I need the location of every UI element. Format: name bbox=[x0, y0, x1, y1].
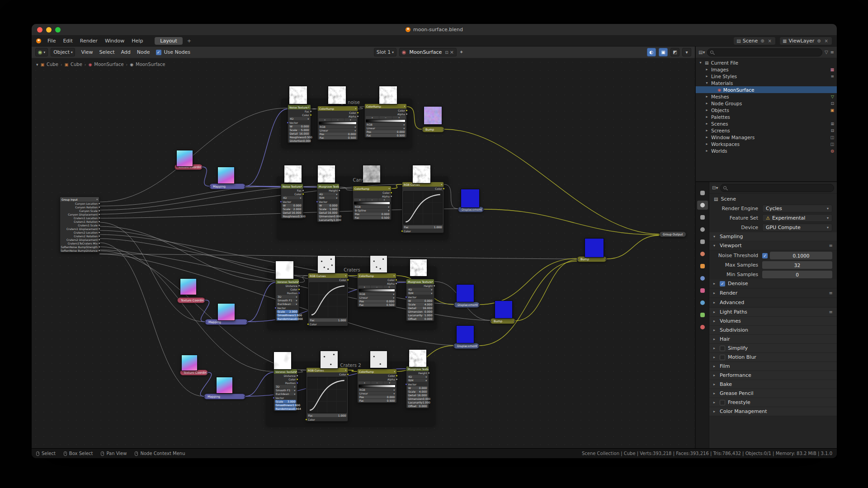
section-freestyle[interactable]: ▸Freestyle bbox=[709, 398, 837, 407]
minimize-button[interactable] bbox=[46, 27, 52, 33]
colorramp-gradient[interactable] bbox=[319, 122, 357, 125]
node-row[interactable]: Dimension0.000 bbox=[407, 397, 428, 400]
add-workspace-button[interactable]: + bbox=[184, 37, 194, 45]
node-mapping-3[interactable]: Mapping bbox=[204, 394, 245, 399]
disclosure-icon[interactable]: ▸ bbox=[705, 128, 709, 132]
node-header[interactable]: ColorRamp▾ bbox=[358, 273, 396, 278]
properties-type-icon[interactable]: ⊟▾ bbox=[712, 185, 718, 190]
output-socket[interactable] bbox=[428, 372, 430, 374]
properties-tab-particles[interactable] bbox=[697, 286, 708, 295]
node-row[interactable]: Detail16.000 bbox=[282, 211, 302, 214]
material-name-field[interactable]: MoonSurface bbox=[407, 49, 443, 55]
output-socket[interactable] bbox=[390, 192, 392, 194]
node-row[interactable]: Height bbox=[317, 188, 339, 192]
node-ramp-3[interactable]: ColorRamp▾ColorAlpha+−▾RGB▾B-Spline▾Pos0… bbox=[353, 186, 392, 220]
output-socket[interactable] bbox=[395, 282, 397, 285]
node-row[interactable]: RGB▾ bbox=[354, 205, 390, 208]
node-row[interactable]: Craters2 Location bbox=[60, 230, 99, 234]
disclosure-icon[interactable]: ▸ bbox=[713, 409, 717, 413]
section-viewport[interactable]: ▾Viewport≡ bbox=[709, 241, 837, 250]
output-socket[interactable] bbox=[310, 114, 312, 116]
node-row[interactable]: Vector bbox=[317, 200, 339, 203]
new-viewlayer-icon[interactable]: ⊕ bbox=[816, 38, 821, 43]
outliner-row[interactable]: ▸Screens⊟ bbox=[696, 127, 837, 134]
node-row[interactable]: 4D▾ bbox=[318, 192, 338, 196]
node-row[interactable]: Color bbox=[358, 374, 396, 377]
node-row[interactable]: Scale2.000 bbox=[277, 310, 298, 313]
section-grease-pencil[interactable]: ▸Grease Pencil bbox=[709, 389, 837, 398]
input-socket[interactable] bbox=[490, 320, 491, 323]
output-socket[interactable] bbox=[395, 279, 397, 281]
outliner-search-input[interactable] bbox=[715, 50, 819, 55]
section-volumes[interactable]: ▸Volumes bbox=[709, 317, 837, 326]
pin-icon[interactable]: ✦ bbox=[459, 49, 463, 55]
output-socket[interactable] bbox=[98, 206, 100, 208]
disclosure-icon[interactable]: ▾ bbox=[713, 235, 717, 239]
input-socket[interactable] bbox=[274, 307, 277, 309]
ramp-button[interactable]: ▾ bbox=[344, 118, 357, 121]
node-row[interactable]: Fac0.500 bbox=[366, 134, 406, 137]
disclosure-icon[interactable]: ▸ bbox=[713, 319, 717, 323]
ramp-button[interactable]: + bbox=[354, 198, 366, 201]
delete-scene-icon[interactable]: × bbox=[767, 38, 773, 43]
output-socket[interactable] bbox=[98, 202, 100, 205]
outliner-row[interactable]: ▸Meshes▽ bbox=[696, 93, 837, 100]
curve-widget[interactable] bbox=[403, 191, 443, 225]
node-row[interactable]: Fac0.500 bbox=[354, 216, 390, 219]
input-socket[interactable] bbox=[273, 397, 275, 399]
colorramp-gradient[interactable] bbox=[359, 289, 395, 292]
ramp-button[interactable]: ▾ bbox=[392, 116, 406, 119]
node-row[interactable]: Color bbox=[288, 113, 311, 117]
collapse-icon[interactable]: ▾ bbox=[393, 274, 395, 277]
node-row[interactable]: Distortion0.000 bbox=[289, 139, 310, 142]
node-row[interactable]: Scale3.000 bbox=[275, 400, 296, 403]
workspace-tab-layout[interactable]: Layout bbox=[155, 37, 182, 45]
node-row[interactable]: Color bbox=[276, 287, 299, 291]
node-row[interactable]: Color bbox=[307, 418, 348, 421]
output-socket[interactable] bbox=[302, 189, 304, 192]
ramp-button[interactable]: + bbox=[359, 381, 371, 384]
output-socket[interactable] bbox=[310, 110, 312, 113]
overlays-toggle[interactable]: ▣ bbox=[659, 48, 668, 56]
node-row[interactable]: Smoothness1.000 bbox=[277, 314, 298, 317]
collapse-icon[interactable]: ▾ bbox=[388, 187, 390, 190]
output-socket[interactable] bbox=[347, 279, 349, 281]
node-header[interactable]: ColorRamp▾ bbox=[318, 106, 358, 111]
ramp-button[interactable]: − bbox=[371, 381, 383, 384]
node-voronoi-1[interactable]: Voronoi Texture▾DistanceColorPosition3D▾… bbox=[275, 279, 299, 321]
ramp-button[interactable]: − bbox=[331, 118, 344, 121]
node-ramp-1[interactable]: ColorRamp▾ColorAlpha+−▾RGB▾Linear▾Pos0.0… bbox=[317, 106, 358, 140]
collapse-icon[interactable]: ▾ bbox=[296, 370, 297, 373]
node-row[interactable]: Vector bbox=[406, 295, 434, 299]
disclosure-icon[interactable]: ▸ bbox=[705, 94, 709, 99]
node-mapping-1[interactable]: Mapping bbox=[209, 183, 245, 189]
ramp-button[interactable]: ▾ bbox=[383, 381, 396, 384]
output-socket[interactable] bbox=[443, 129, 444, 131]
properties-tab-render[interactable] bbox=[697, 201, 708, 210]
collapse-icon[interactable]: ▾ bbox=[441, 183, 442, 186]
node-row[interactable]: 4D▾ bbox=[282, 196, 302, 199]
preset-menu-icon[interactable]: ≡ bbox=[829, 310, 833, 314]
disclosure-icon[interactable]: ▸ bbox=[705, 115, 709, 119]
node-header[interactable]: ColorRamp▾ bbox=[365, 104, 406, 108]
node-noise-tex-2[interactable]: Noise Texture▾FacColor4D▾VectorW0.000Sca… bbox=[281, 183, 303, 219]
node-row[interactable]: 4D▾ bbox=[407, 375, 428, 378]
section-denoise[interactable]: ▸✓Denoise bbox=[709, 279, 837, 288]
node-ramp-2[interactable]: ColorRamp▾ColorAlpha+−▾RGB▾Linear▾Pos0.0… bbox=[364, 103, 407, 138]
node-row[interactable]: Scale2.000 bbox=[282, 207, 302, 211]
disclosure-icon[interactable]: ▸ bbox=[705, 101, 709, 105]
node-row[interactable]: Color bbox=[318, 111, 358, 114]
checkbox[interactable] bbox=[720, 355, 725, 360]
outliner-row[interactable]: ▸Palettes bbox=[696, 113, 837, 120]
input-socket[interactable] bbox=[205, 321, 206, 324]
property-dropdown[interactable]: GPU Compute▾ bbox=[762, 224, 832, 231]
properties-tab-modifiers[interactable] bbox=[697, 274, 708, 283]
node-row[interactable]: fBM▾ bbox=[407, 291, 433, 295]
disclosure-icon[interactable]: ▸ bbox=[713, 300, 717, 305]
node-row[interactable]: Position bbox=[276, 291, 299, 295]
editor-type-button[interactable]: ◉ ▾ bbox=[35, 48, 48, 56]
output-socket[interactable] bbox=[347, 373, 349, 375]
output-socket[interactable] bbox=[406, 113, 408, 115]
node-header[interactable]: Noise Texture▾ bbox=[281, 184, 303, 188]
output-socket[interactable] bbox=[98, 242, 100, 244]
